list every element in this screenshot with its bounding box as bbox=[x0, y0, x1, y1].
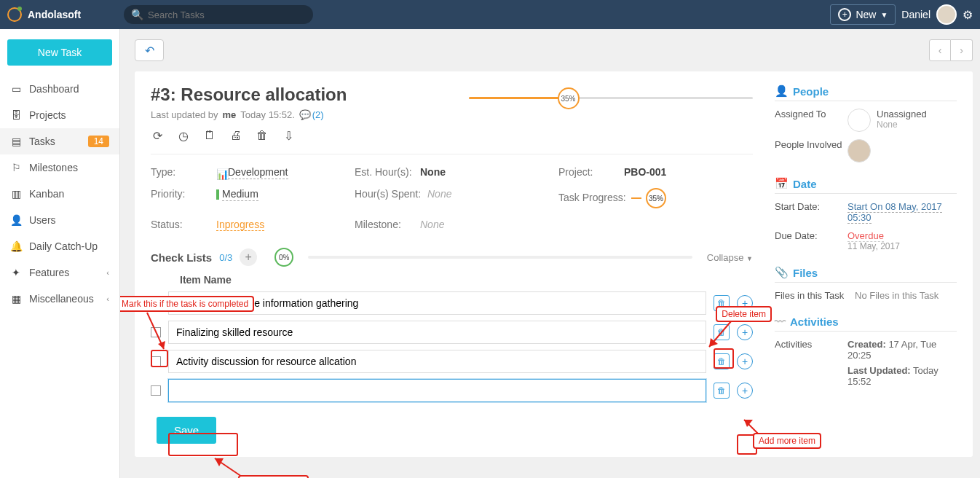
gear-icon[interactable]: ⚙ bbox=[963, 8, 973, 22]
clock-icon[interactable]: ◷ bbox=[177, 129, 190, 142]
delete-item-button[interactable]: 🗑 bbox=[714, 353, 730, 369]
grid-icon: ▦ bbox=[10, 293, 22, 305]
undo-icon: ↶ bbox=[145, 44, 154, 58]
type-value[interactable]: Development bbox=[228, 166, 288, 179]
checklist-item-input[interactable] bbox=[168, 350, 706, 373]
search-input[interactable] bbox=[148, 9, 306, 20]
new-label: New bbox=[855, 9, 876, 20]
side-panel: 👤People Assigned To Unassigned None Peop… bbox=[767, 85, 957, 444]
brand[interactable]: Andolasoft bbox=[7, 7, 124, 22]
checklist-checkbox[interactable] bbox=[151, 385, 161, 396]
sidebar-item-dashboard[interactable]: ▭Dashboard bbox=[0, 76, 119, 102]
trash-icon: 🗑 bbox=[717, 356, 726, 367]
current-user[interactable]: Daniel bbox=[901, 9, 930, 20]
task-card: #3: Resource allocation Last updated by … bbox=[135, 71, 973, 457]
task-title: #3: Resource allocation bbox=[151, 85, 753, 105]
checklist-row: 🗑 + bbox=[151, 379, 753, 402]
trash-icon: 🗑 bbox=[717, 327, 726, 337]
start-date-value[interactable]: Start On 08 May, 2017 05:30 bbox=[847, 201, 942, 224]
save-button[interactable]: Save bbox=[157, 417, 216, 444]
search-field[interactable]: 🔍 bbox=[124, 5, 313, 24]
progress-knob[interactable]: 35% bbox=[558, 87, 580, 109]
checklist-progress-track bbox=[308, 256, 692, 259]
collapse-toggle[interactable]: Collapse ▼ bbox=[707, 252, 753, 263]
est-value[interactable]: None bbox=[420, 166, 446, 178]
print-icon[interactable]: 🖨 bbox=[229, 129, 242, 142]
trash-icon[interactable]: 🗑 bbox=[256, 129, 269, 142]
status-value[interactable]: Inprogress bbox=[216, 219, 264, 231]
checklist-item-input[interactable] bbox=[168, 379, 706, 402]
topbar: Andolasoft 🔍 + New ▼ Daniel ⚙ bbox=[0, 0, 980, 29]
bell-icon: 🔔 bbox=[10, 240, 22, 252]
milestone-value[interactable]: None bbox=[420, 219, 444, 230]
people-section: 👤People bbox=[775, 85, 957, 101]
users-icon: 👤 bbox=[10, 214, 22, 226]
add-item-button[interactable]: + bbox=[737, 324, 753, 340]
chevron-down-icon: ▼ bbox=[880, 11, 888, 19]
annotation-add-more: Add more item bbox=[753, 433, 821, 449]
add-item-button[interactable]: + bbox=[737, 383, 753, 399]
chevron-left-icon: ‹ bbox=[106, 268, 109, 277]
checklist-add-button[interactable]: + bbox=[240, 248, 257, 266]
sidebar-item-kanban[interactable]: ▥Kanban bbox=[0, 181, 119, 207]
new-button[interactable]: + New ▼ bbox=[830, 4, 896, 25]
checklist-item-input[interactable] bbox=[168, 291, 706, 315]
delete-item-button[interactable]: 🗑 bbox=[714, 324, 730, 340]
trash-icon: 🗑 bbox=[717, 385, 726, 396]
project-value[interactable]: PBO-001 bbox=[624, 166, 666, 178]
files-section: 📎Files bbox=[775, 266, 957, 283]
sidebar-item-tasks[interactable]: ▤Tasks14 bbox=[0, 128, 119, 154]
sidebar-item-milestones[interactable]: ⚐Milestones bbox=[0, 154, 119, 181]
tasks-icon: ▤ bbox=[10, 136, 22, 147]
progress-slider[interactable]: 35% bbox=[469, 97, 753, 99]
main-content: ↶ ‹ › #3: Resource allocation Last updat… bbox=[120, 29, 980, 478]
archive-icon[interactable]: ⇩ bbox=[282, 129, 295, 142]
paperclip-icon: 📎 bbox=[775, 266, 789, 279]
pager-next[interactable]: › bbox=[951, 39, 973, 61]
refresh-icon[interactable]: ⟳ bbox=[151, 129, 164, 142]
puzzle-icon: ✦ bbox=[10, 267, 22, 278]
search-icon: 🔍 bbox=[131, 9, 143, 20]
plus-icon: + bbox=[838, 8, 851, 21]
checklist-row: 🗑 + bbox=[151, 321, 753, 344]
chart-icon: 📊 bbox=[216, 168, 225, 177]
checklist-checkbox[interactable] bbox=[151, 327, 161, 337]
sidebar-item-misc[interactable]: ▦Miscellaneous‹ bbox=[0, 286, 119, 312]
delete-item-button[interactable]: 🗑 bbox=[714, 383, 730, 399]
person-icon: 👤 bbox=[775, 85, 789, 98]
add-item-button[interactable]: + bbox=[737, 353, 753, 369]
chevron-left-icon: ‹ bbox=[106, 294, 109, 303]
task-meta: Type:📊Development Est. Hour(s):None Proj… bbox=[151, 166, 753, 230]
annotation-add-name: Add item name bbox=[238, 475, 309, 478]
kanban-icon: ▥ bbox=[10, 188, 22, 200]
brand-icon bbox=[7, 7, 22, 22]
sidebar-item-catchup[interactable]: 🔔Daily Catch-Up bbox=[0, 233, 119, 259]
pager-prev[interactable]: ‹ bbox=[929, 39, 951, 61]
new-task-button[interactable]: New Task bbox=[7, 39, 112, 66]
checklist-row: 🗑 + bbox=[151, 350, 753, 373]
checklist-item-input[interactable] bbox=[168, 321, 706, 344]
delete-item-button[interactable]: 🗑 bbox=[714, 295, 730, 311]
spent-value[interactable]: None bbox=[427, 188, 451, 200]
checklist-checkbox[interactable] bbox=[151, 298, 161, 308]
user-avatar[interactable] bbox=[936, 4, 957, 25]
back-button[interactable]: ↶ bbox=[135, 39, 164, 61]
chat-icon: 💬 bbox=[299, 109, 311, 120]
sidebar-item-projects[interactable]: 🗄Projects bbox=[0, 102, 119, 128]
priority-indicator bbox=[216, 189, 219, 200]
task-progress-knob[interactable]: 35% bbox=[646, 188, 666, 208]
checklist-count: 0/3 bbox=[219, 252, 232, 263]
pager: ‹ › bbox=[929, 39, 973, 61]
checklist-checkbox[interactable] bbox=[151, 356, 161, 367]
checklist-header: Check Lists 0/3 + 0% Collapse ▼ bbox=[151, 248, 753, 267]
sidebar-item-users[interactable]: 👤Users bbox=[0, 207, 119, 233]
involved-avatar[interactable] bbox=[847, 139, 871, 162]
projects-icon: 🗄 bbox=[10, 109, 22, 121]
add-item-button[interactable]: + bbox=[737, 295, 753, 311]
priority-value[interactable]: Medium bbox=[222, 188, 258, 201]
activities-section: 〰Activities bbox=[775, 316, 957, 332]
comments-link[interactable]: 💬(2) bbox=[299, 109, 324, 120]
chevron-down-icon: ▼ bbox=[746, 255, 753, 262]
sidebar-item-features[interactable]: ✦Features‹ bbox=[0, 259, 119, 286]
note-icon[interactable]: 🗒 bbox=[203, 129, 216, 142]
